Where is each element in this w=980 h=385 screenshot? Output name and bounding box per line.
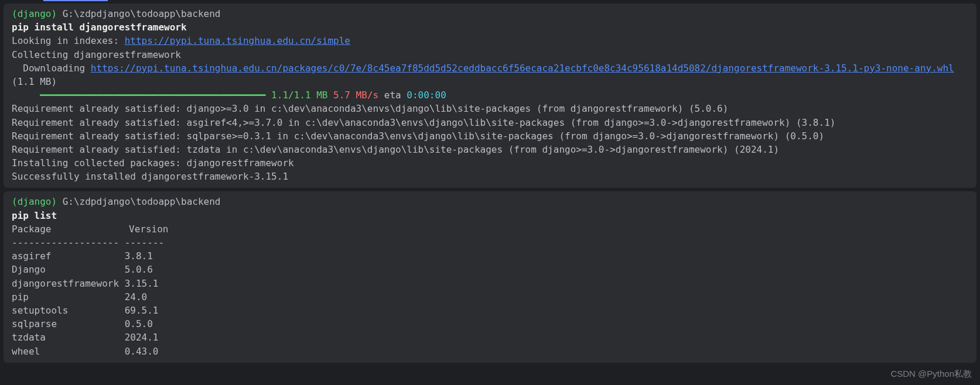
progress-eta: 0:00:00 <box>407 90 446 101</box>
env-name: (django) <box>12 8 57 19</box>
installing-line: Installing collected packages: djangores… <box>12 157 294 169</box>
progress-size: 1.1/1.1 MB <box>265 90 327 101</box>
collecting-line: Collecting djangorestframework <box>12 49 181 60</box>
pkg-rows: asgiref 3.8.1 Django 5.0.6 djangorestfra… <box>12 250 158 356</box>
progress-bar: ━━━━━━━━━━━━━━━━━━━━━━━━━━━━━━━━━━━━━━━━ <box>12 90 265 101</box>
terminal-block-list[interactable]: (django) G:\zdpdjango\todoapp\backend pi… <box>4 191 976 362</box>
cwd: G:\zdpdjango\todoapp\backend <box>63 196 221 207</box>
success-line: Successfully installed djangorestframewo… <box>12 171 288 182</box>
pkg-divider: ------------------- ------- <box>12 237 164 248</box>
pkg-header-version: Version <box>129 224 168 235</box>
terminal-output: (django) G:\zdpdjango\todoapp\backend pi… <box>12 7 968 183</box>
download-url-link[interactable]: https://pypi.tuna.tsinghua.edu.cn/packag… <box>91 63 954 74</box>
progress-eta-label: eta <box>378 90 407 101</box>
cwd: G:\zdpdjango\todoapp\backend <box>63 8 221 19</box>
progress-speed: 5.7 MB/s <box>327 90 378 101</box>
tab-accent <box>43 0 108 1</box>
requirement-line: Requirement already satisfied: django>=3… <box>12 103 728 114</box>
index-url-link[interactable]: https://pypi.tuna.tsinghua.edu.cn/simple <box>125 35 350 46</box>
pkg-header-name: Package <box>12 222 129 236</box>
requirement-line: Requirement already satisfied: asgiref<4… <box>12 117 835 128</box>
terminal-block-install[interactable]: (django) G:\zdpdjango\todoapp\backend pi… <box>4 4 976 188</box>
watermark: CSDN @Python私教 <box>890 367 972 380</box>
terminal-output: (django) G:\zdpdjango\todoapp\backend pi… <box>12 195 968 358</box>
looking-label: Looking in indexes: <box>12 35 125 46</box>
downloading-label: Downloading <box>12 63 91 74</box>
requirement-line: Requirement already satisfied: tzdata in… <box>12 144 779 155</box>
requirement-line: Requirement already satisfied: sqlparse>… <box>12 130 824 142</box>
command: pip list <box>12 210 57 221</box>
command: pip install djangorestframework <box>12 22 187 33</box>
env-name: (django) <box>12 196 57 207</box>
